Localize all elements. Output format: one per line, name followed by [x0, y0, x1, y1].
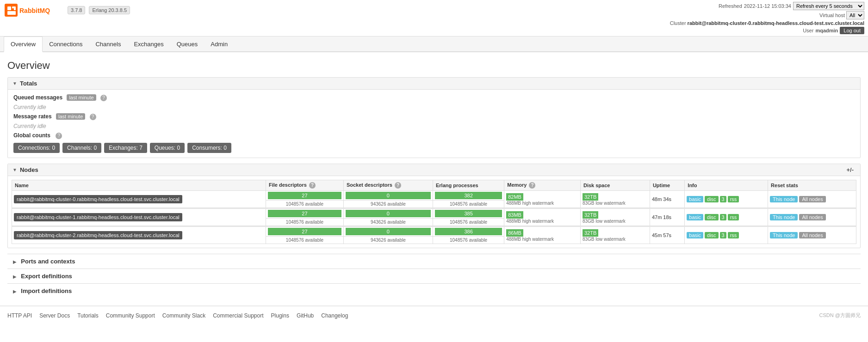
file-desc-sub: 1048576 available — [266, 219, 343, 226]
col-name: Name — [12, 180, 266, 191]
currently-idle-2: Currently idle — [13, 123, 855, 129]
exchanges-count-btn[interactable]: Exchanges: 7 — [104, 143, 147, 153]
footer: HTTP API Server Docs Tutorials Community… — [0, 305, 868, 324]
import-label: Import definitions — [21, 287, 72, 294]
nav-queues[interactable]: Queues — [170, 37, 205, 51]
this-node-btn[interactable]: This node — [770, 214, 798, 220]
nodes-table: Name File descriptors ? Socket descripto… — [12, 180, 856, 244]
erlang-main: 386 — [435, 228, 502, 235]
svg-rect-4 — [12, 8, 14, 10]
main-content: Overview ▼ Totals Queued messages last m… — [0, 52, 868, 305]
totals-section-header[interactable]: ▼ Totals — [8, 78, 860, 90]
col-socket-desc: Socket descriptors ? — [343, 180, 433, 191]
footer-server-docs[interactable]: Server Docs — [39, 312, 70, 319]
socket-desc-main: 0 — [346, 192, 431, 199]
socket-desc-sub: 943626 available — [343, 219, 433, 226]
footer-attribution: CSDN @方圆师兄 — [819, 312, 861, 319]
connections-count-btn[interactable]: Connections: 0 — [13, 143, 60, 153]
mem-sub: 488MB high watermark — [506, 201, 578, 206]
table-row: rabbit@rabbitmq-cluster-0.rabbitmq-headl… — [12, 191, 856, 201]
footer-changelog[interactable]: Changelog — [321, 312, 348, 319]
badge-disc: disc — [705, 214, 719, 220]
nav-admin[interactable]: Admin — [204, 37, 234, 51]
all-nodes-btn[interactable]: All nodes — [799, 214, 825, 220]
ports-arrow: ▶ — [13, 259, 17, 264]
version-badge: 3.7.8 — [68, 6, 85, 14]
file-desc-main: 27 — [268, 192, 341, 199]
nav-channels[interactable]: Channels — [89, 37, 127, 51]
nav-overview[interactable]: Overview — [4, 37, 43, 52]
consumers-count-btn[interactable]: Consumers: 0 — [187, 143, 231, 153]
message-rates-row: Message rates last minute ? — [13, 113, 855, 120]
vhost-row: Virtual host All — [670, 11, 864, 19]
socket-desc-main: 0 — [346, 228, 431, 235]
all-nodes-btn[interactable]: All nodes — [799, 232, 825, 238]
uptime: 48m 34s — [650, 191, 684, 208]
import-arrow: ▶ — [13, 289, 17, 294]
nav-connections[interactable]: Connections — [43, 37, 89, 51]
nodes-section-header[interactable]: ▼ Nodes +/- — [8, 164, 860, 176]
plus-minus-btn[interactable]: +/- — [844, 166, 856, 173]
user-row: User mqadmin Log out — [670, 27, 864, 34]
badge-disc: disc — [705, 196, 719, 202]
footer-plugins[interactable]: Plugins — [271, 312, 289, 319]
this-node-btn[interactable]: This node — [770, 196, 798, 202]
nodes-arrow: ▼ — [12, 167, 17, 172]
import-definitions-section[interactable]: ▶ Import definitions — [7, 283, 861, 298]
this-node-btn[interactable]: This node — [770, 232, 798, 238]
footer-tutorials[interactable]: Tutorials — [77, 312, 99, 319]
footer-community-slack[interactable]: Community Slack — [162, 312, 205, 319]
file-desc-main: 27 — [268, 210, 341, 217]
queued-messages-badge: last minute — [67, 94, 96, 101]
file-desc-sub: 1048576 available — [266, 201, 343, 208]
erlang-sub: 1048576 available — [433, 237, 504, 244]
uptime: 47m 18s — [650, 209, 684, 226]
socket-desc-main: 0 — [346, 210, 431, 217]
export-definitions-section[interactable]: ▶ Export definitions — [7, 269, 861, 283]
page-title: Overview — [7, 60, 861, 72]
rabbitmq-logo: RabbitMQ — [4, 2, 64, 18]
nodes-label: Nodes — [20, 166, 38, 173]
file-desc-main: 27 — [268, 228, 341, 235]
node-name[interactable]: rabbit@rabbitmq-cluster-1.rabbitmq-headl… — [14, 213, 182, 221]
footer-community-support[interactable]: Community Support — [106, 312, 155, 319]
logout-button[interactable]: Log out — [840, 27, 864, 34]
info-badges: basic disc 3 rss — [687, 214, 766, 220]
mem-sub: 488MB high watermark — [506, 237, 578, 242]
mem-sub: 488MB high watermark — [506, 219, 578, 224]
reset-stats-badges: This node All nodes — [770, 232, 854, 238]
socket-desc-sub: 943626 available — [343, 237, 433, 244]
nav-exchanges[interactable]: Exchanges — [127, 37, 170, 51]
ports-label: Ports and contexts — [21, 258, 75, 265]
all-nodes-btn[interactable]: All nodes — [799, 196, 825, 202]
socket-desc-sub: 943626 available — [343, 201, 433, 208]
message-rates-label: Message rates — [13, 113, 52, 120]
message-rates-badge: last minute — [56, 113, 85, 120]
node-name[interactable]: rabbit@rabbitmq-cluster-2.rabbitmq-headl… — [14, 231, 182, 239]
message-rates-help[interactable]: ? — [90, 114, 96, 120]
footer-http-api[interactable]: HTTP API — [7, 312, 32, 319]
badge-basic: basic — [687, 214, 703, 220]
footer-github[interactable]: GitHub — [297, 312, 314, 319]
refresh-select[interactable]: Refresh every 5 seconds Refresh every 10… — [793, 2, 864, 10]
vhost-select[interactable]: All — [846, 11, 864, 19]
cluster-label: Cluster — [670, 20, 686, 26]
uptime: 45m 57s — [650, 227, 684, 244]
reset-stats-badges: This node All nodes — [770, 196, 854, 202]
badge-rss: rss — [728, 196, 739, 202]
global-counts-help[interactable]: ? — [56, 133, 62, 139]
badge-disc: disc — [705, 232, 719, 238]
queues-count-btn[interactable]: Queues: 0 — [150, 143, 185, 153]
cluster-row: Cluster rabbit@rabbitmq-cluster-0.rabbit… — [670, 20, 864, 26]
export-arrow: ▶ — [13, 274, 17, 279]
logo-area: RabbitMQ 3.7.8 Erlang 20.3.8.5 — [4, 2, 130, 18]
queued-messages-help[interactable]: ? — [100, 95, 107, 101]
global-counts-buttons: Connections: 0 Channels: 0 Exchanges: 7 … — [13, 143, 855, 153]
col-info: Info — [685, 180, 768, 191]
user-value: mqadmin — [815, 28, 838, 33]
footer-commercial-support[interactable]: Commercial Support — [213, 312, 263, 319]
node-name[interactable]: rabbit@rabbitmq-cluster-0.rabbitmq-headl… — [14, 195, 182, 203]
channels-count-btn[interactable]: Channels: 0 — [62, 143, 101, 153]
ports-contexts-section[interactable]: ▶ Ports and contexts — [7, 254, 861, 269]
svg-text:RabbitMQ: RabbitMQ — [19, 7, 50, 14]
